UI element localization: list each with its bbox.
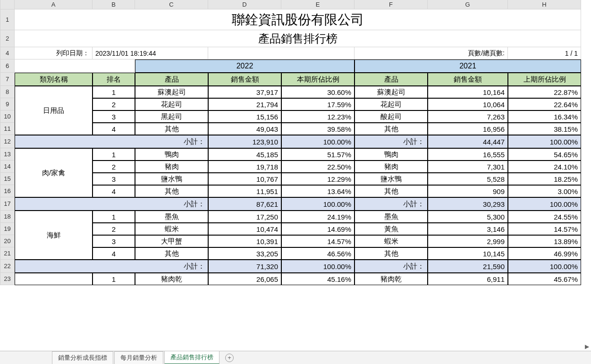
row-header[interactable]: 8 <box>0 86 15 98</box>
year-2021-header: 2021 <box>355 59 581 73</box>
pct-2022: 22.50% <box>281 161 355 173</box>
row-header[interactable]: 16 <box>0 185 15 197</box>
product-2021: 豬肉 <box>355 161 428 173</box>
row-header[interactable]: 21 <box>0 247 15 260</box>
row-header[interactable]: 14 <box>0 161 15 173</box>
company-title: 聯銓資訊股份有限公司 <box>15 9 581 30</box>
page-value: 1 / 1 <box>508 47 581 59</box>
row-header[interactable]: 19 <box>0 223 15 235</box>
rank-cell: 2 <box>93 161 135 173</box>
row-header[interactable]: 1 <box>0 9 15 30</box>
product-2022: 其他 <box>135 247 208 260</box>
row-header[interactable]: 22 <box>0 260 15 273</box>
product-2021: 鹽水鴨 <box>355 173 428 185</box>
pct-2021: 24.10% <box>508 161 581 173</box>
amount-2022: 10,391 <box>208 235 281 247</box>
header-amount-2021: 銷售金額 <box>428 73 508 86</box>
subtotal-label-2022: 小計： <box>15 197 208 211</box>
subtotal-label-2021: 小計： <box>355 260 428 273</box>
amount-2022: 37,917 <box>208 86 281 98</box>
col-header-F[interactable]: F <box>355 0 428 9</box>
row-header[interactable]: 13 <box>0 148 15 161</box>
product-2022: 鹽水鴨 <box>135 173 208 185</box>
rank-cell: 4 <box>93 247 135 260</box>
rank-cell: 4 <box>93 123 135 135</box>
rank-cell: 1 <box>93 148 135 161</box>
col-header-A[interactable]: A <box>15 0 93 9</box>
rank-cell: 3 <box>93 235 135 247</box>
header-category: 類別名稱 <box>15 73 93 86</box>
grid: ABCDEFGH1聯銓資訊股份有限公司2產品銷售排行榜4列印日期：2023/11… <box>0 0 591 285</box>
product-2022: 黑起司 <box>135 110 208 123</box>
rank-cell: 2 <box>93 98 135 110</box>
row-header[interactable]: 10 <box>0 110 15 123</box>
product-2021: 其他 <box>355 247 428 260</box>
pct-2021: 45.67% <box>508 273 581 285</box>
col-header-H[interactable]: H <box>508 0 581 9</box>
col-header-B[interactable]: B <box>93 0 135 9</box>
col-header-G[interactable]: G <box>428 0 508 9</box>
amount-2021: 10,164 <box>428 86 508 98</box>
row-header[interactable]: 15 <box>0 173 15 185</box>
row-header[interactable]: 6 <box>0 59 15 73</box>
product-2022: 豬肉 <box>135 161 208 173</box>
rank-cell: 4 <box>93 185 135 197</box>
row-header[interactable]: 7 <box>0 73 15 86</box>
amount-2021: 5,528 <box>428 173 508 185</box>
col-header-D[interactable]: D <box>208 0 281 9</box>
year-2022-header: 2022 <box>135 59 355 73</box>
row-header[interactable]: 17 <box>0 197 15 211</box>
rank-cell: 1 <box>93 86 135 98</box>
subtotal-label-2021: 小計： <box>355 135 428 148</box>
row-header[interactable]: 9 <box>0 98 15 110</box>
row-header[interactable]: 11 <box>0 123 15 135</box>
tab-growth[interactable]: 銷量分析成長指標 <box>52 351 113 364</box>
amount-2022: 26,065 <box>208 273 281 285</box>
row-header[interactable]: 2 <box>0 30 15 47</box>
print-date-label: 列印日期： <box>15 47 93 59</box>
subtotal-amount-2021: 30,293 <box>428 197 508 211</box>
category-name: 肉/家禽 <box>15 148 93 197</box>
pct-2022: 17.59% <box>281 98 355 110</box>
subtotal-label-2022: 小計： <box>15 260 208 273</box>
pct-2022: 39.58% <box>281 123 355 135</box>
pct-2022: 45.16% <box>281 273 355 285</box>
subtotal-amount-2022: 71,320 <box>208 260 281 273</box>
amount-2022: 21,794 <box>208 98 281 110</box>
product-2022: 花起司 <box>135 98 208 110</box>
pct-2022: 30.60% <box>281 86 355 98</box>
subtotal-pct-2022: 100.00% <box>281 260 355 273</box>
pct-2021: 46.99% <box>508 247 581 260</box>
scrollbar-right-icon[interactable]: ▶ <box>577 342 591 351</box>
row-header[interactable]: 4 <box>0 47 15 59</box>
pct-2021: 16.34% <box>508 110 581 123</box>
pct-2022: 51.57% <box>281 148 355 161</box>
product-2021: 豬肉乾 <box>355 273 428 285</box>
rank-cell: 3 <box>93 110 135 123</box>
product-2022: 鴨肉 <box>135 148 208 161</box>
row-header[interactable]: 12 <box>0 135 15 148</box>
tab-monthly[interactable]: 每月銷量分析 <box>114 351 163 364</box>
row-header[interactable]: 20 <box>0 235 15 247</box>
pct-2021: 22.87% <box>508 86 581 98</box>
amount-2021: 16,555 <box>428 148 508 161</box>
amount-2022: 33,205 <box>208 247 281 260</box>
amount-2022: 17,250 <box>208 211 281 223</box>
col-header-E[interactable]: E <box>281 0 355 9</box>
header-rank: 排名 <box>93 73 135 86</box>
row-header[interactable]: 23 <box>0 273 15 285</box>
product-2022: 其他 <box>135 185 208 197</box>
tab-ranking[interactable]: 產品銷售排行榜 <box>164 351 220 364</box>
amount-2021: 10,064 <box>428 98 508 110</box>
amount-2021: 10,145 <box>428 247 508 260</box>
add-sheet-button[interactable]: + <box>225 354 234 362</box>
pct-2022: 12.29% <box>281 173 355 185</box>
product-2021: 酸起司 <box>355 110 428 123</box>
amount-2022: 10,474 <box>208 223 281 235</box>
header-pct-2021: 上期所佔比例 <box>508 73 581 86</box>
header-product-2022: 產品 <box>135 73 208 86</box>
select-all[interactable] <box>0 0 15 9</box>
rank-cell: 1 <box>93 273 135 285</box>
col-header-C[interactable]: C <box>135 0 208 9</box>
row-header[interactable]: 18 <box>0 211 15 223</box>
